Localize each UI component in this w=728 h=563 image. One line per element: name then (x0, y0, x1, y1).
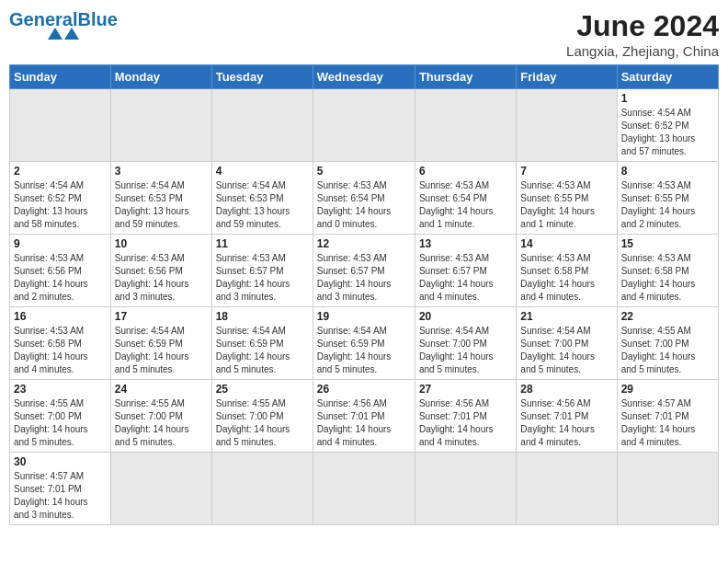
calendar-cell: 12Sunrise: 4:53 AM Sunset: 6:57 PM Dayli… (313, 235, 415, 307)
calendar-cell: 2Sunrise: 4:54 AM Sunset: 6:52 PM Daylig… (10, 162, 111, 235)
day-info: Sunrise: 4:55 AM Sunset: 7:00 PM Dayligh… (14, 397, 107, 449)
calendar-cell: 6Sunrise: 4:53 AM Sunset: 6:54 PM Daylig… (415, 162, 516, 235)
day-info: Sunrise: 4:55 AM Sunset: 7:00 PM Dayligh… (115, 397, 208, 449)
day-number: 21 (520, 310, 612, 323)
page-header: GeneralBlue June 2024 Langxia, Zhejiang,… (9, 9, 719, 59)
calendar-cell: 22Sunrise: 4:55 AM Sunset: 7:00 PM Dayli… (617, 307, 718, 380)
day-info: Sunrise: 4:53 AM Sunset: 6:56 PM Dayligh… (115, 252, 208, 304)
calendar-cell: 16Sunrise: 4:53 AM Sunset: 6:58 PM Dayli… (10, 307, 111, 380)
calendar-cell: 18Sunrise: 4:54 AM Sunset: 6:59 PM Dayli… (211, 307, 313, 380)
calendar-cell: 11Sunrise: 4:53 AM Sunset: 6:57 PM Dayli… (211, 235, 313, 307)
calendar-cell: 17Sunrise: 4:54 AM Sunset: 6:59 PM Dayli… (110, 307, 211, 380)
calendar-cell (617, 453, 718, 525)
day-number: 24 (115, 383, 208, 396)
calendar-cell: 3Sunrise: 4:54 AM Sunset: 6:53 PM Daylig… (110, 162, 211, 235)
day-number: 22 (621, 310, 714, 323)
calendar-cell (313, 89, 415, 162)
day-info: Sunrise: 4:53 AM Sunset: 6:58 PM Dayligh… (621, 252, 714, 304)
day-info: Sunrise: 4:54 AM Sunset: 6:59 PM Dayligh… (216, 325, 309, 376)
weekday-header: Sunday (10, 65, 111, 89)
day-number: 29 (621, 383, 714, 396)
day-info: Sunrise: 4:53 AM Sunset: 6:58 PM Dayligh… (520, 252, 612, 304)
calendar-week-row: 1Sunrise: 4:54 AM Sunset: 6:52 PM Daylig… (10, 89, 719, 162)
day-number: 1 (621, 92, 714, 105)
day-number: 12 (317, 237, 411, 250)
day-number: 4 (216, 165, 309, 178)
calendar-cell: 20Sunrise: 4:54 AM Sunset: 7:00 PM Dayli… (415, 307, 516, 380)
day-info: Sunrise: 4:54 AM Sunset: 6:59 PM Dayligh… (115, 325, 208, 376)
calendar-cell (415, 453, 516, 525)
day-number: 9 (14, 237, 107, 250)
calendar-week-row: 16Sunrise: 4:53 AM Sunset: 6:58 PM Dayli… (10, 307, 719, 380)
location: Langxia, Zhejiang, China (566, 43, 719, 59)
day-number: 27 (419, 383, 512, 396)
calendar-cell: 8Sunrise: 4:53 AM Sunset: 6:55 PM Daylig… (617, 162, 718, 235)
day-info: Sunrise: 4:56 AM Sunset: 7:01 PM Dayligh… (419, 397, 512, 449)
calendar-cell (110, 89, 211, 162)
day-number: 16 (14, 310, 107, 323)
calendar-cell: 14Sunrise: 4:53 AM Sunset: 6:58 PM Dayli… (517, 235, 617, 307)
calendar-cell: 1Sunrise: 4:54 AM Sunset: 6:52 PM Daylig… (617, 89, 718, 162)
day-number: 2 (14, 165, 107, 178)
day-info: Sunrise: 4:53 AM Sunset: 6:55 PM Dayligh… (621, 179, 714, 231)
logo-text: GeneralBlue (9, 9, 118, 29)
day-info: Sunrise: 4:54 AM Sunset: 7:00 PM Dayligh… (419, 325, 512, 376)
calendar-cell (313, 453, 415, 525)
day-number: 26 (317, 383, 411, 396)
day-info: Sunrise: 4:53 AM Sunset: 6:57 PM Dayligh… (419, 252, 512, 304)
title-block: June 2024 Langxia, Zhejiang, China (566, 9, 719, 59)
day-number: 7 (520, 165, 612, 178)
day-info: Sunrise: 4:53 AM Sunset: 6:54 PM Dayligh… (419, 179, 512, 231)
calendar-cell: 28Sunrise: 4:56 AM Sunset: 7:01 PM Dayli… (517, 380, 617, 453)
day-number: 28 (520, 383, 612, 396)
calendar-cell: 29Sunrise: 4:57 AM Sunset: 7:01 PM Dayli… (617, 380, 718, 453)
day-info: Sunrise: 4:53 AM Sunset: 6:57 PM Dayligh… (216, 252, 309, 304)
calendar-cell: 21Sunrise: 4:54 AM Sunset: 7:00 PM Dayli… (517, 307, 617, 380)
day-info: Sunrise: 4:55 AM Sunset: 7:00 PM Dayligh… (216, 397, 309, 449)
day-info: Sunrise: 4:54 AM Sunset: 7:00 PM Dayligh… (520, 325, 612, 376)
day-number: 6 (419, 165, 512, 178)
calendar-cell: 23Sunrise: 4:55 AM Sunset: 7:00 PM Dayli… (10, 380, 111, 453)
calendar-week-row: 2Sunrise: 4:54 AM Sunset: 6:52 PM Daylig… (10, 162, 719, 235)
logo: GeneralBlue (9, 9, 118, 40)
day-number: 23 (14, 383, 107, 396)
day-info: Sunrise: 4:56 AM Sunset: 7:01 PM Dayligh… (520, 397, 612, 449)
weekday-header: Wednesday (313, 65, 415, 89)
calendar-cell: 24Sunrise: 4:55 AM Sunset: 7:00 PM Dayli… (110, 380, 211, 453)
day-info: Sunrise: 4:53 AM Sunset: 6:55 PM Dayligh… (520, 179, 612, 231)
calendar-cell: 10Sunrise: 4:53 AM Sunset: 6:56 PM Dayli… (110, 235, 211, 307)
day-number: 10 (115, 237, 208, 250)
day-info: Sunrise: 4:57 AM Sunset: 7:01 PM Dayligh… (14, 470, 107, 522)
day-info: Sunrise: 4:54 AM Sunset: 6:53 PM Dayligh… (216, 179, 309, 231)
calendar-cell: 26Sunrise: 4:56 AM Sunset: 7:01 PM Dayli… (313, 380, 415, 453)
calendar-cell (517, 89, 617, 162)
day-number: 3 (115, 165, 208, 178)
calendar-cell (211, 453, 313, 525)
calendar-cell: 27Sunrise: 4:56 AM Sunset: 7:01 PM Dayli… (415, 380, 516, 453)
day-info: Sunrise: 4:54 AM Sunset: 6:59 PM Dayligh… (317, 325, 411, 376)
calendar-cell: 7Sunrise: 4:53 AM Sunset: 6:55 PM Daylig… (517, 162, 617, 235)
weekday-header: Saturday (617, 65, 718, 89)
day-info: Sunrise: 4:53 AM Sunset: 6:54 PM Dayligh… (317, 179, 411, 231)
weekday-header: Thursday (415, 65, 516, 89)
weekday-header: Friday (517, 65, 617, 89)
calendar-cell: 19Sunrise: 4:54 AM Sunset: 6:59 PM Dayli… (313, 307, 415, 380)
day-info: Sunrise: 4:54 AM Sunset: 6:52 PM Dayligh… (621, 107, 714, 158)
calendar-week-row: 9Sunrise: 4:53 AM Sunset: 6:56 PM Daylig… (10, 235, 719, 307)
month-year: June 2024 (566, 9, 719, 43)
calendar-week-row: 23Sunrise: 4:55 AM Sunset: 7:00 PM Dayli… (10, 380, 719, 453)
day-info: Sunrise: 4:55 AM Sunset: 7:00 PM Dayligh… (621, 325, 714, 376)
day-number: 19 (317, 310, 411, 323)
logo-general: General (9, 9, 77, 29)
weekday-header-row: SundayMondayTuesdayWednesdayThursdayFrid… (10, 65, 719, 89)
day-info: Sunrise: 4:53 AM Sunset: 6:56 PM Dayligh… (14, 252, 107, 304)
day-number: 5 (317, 165, 411, 178)
day-number: 20 (419, 310, 512, 323)
calendar-week-row: 30Sunrise: 4:57 AM Sunset: 7:01 PM Dayli… (10, 453, 719, 525)
calendar-cell: 13Sunrise: 4:53 AM Sunset: 6:57 PM Dayli… (415, 235, 516, 307)
calendar-table: SundayMondayTuesdayWednesdayThursdayFrid… (9, 64, 719, 525)
calendar-cell: 4Sunrise: 4:54 AM Sunset: 6:53 PM Daylig… (211, 162, 313, 235)
day-info: Sunrise: 4:56 AM Sunset: 7:01 PM Dayligh… (317, 397, 411, 449)
calendar-cell (110, 453, 211, 525)
day-number: 8 (621, 165, 714, 178)
